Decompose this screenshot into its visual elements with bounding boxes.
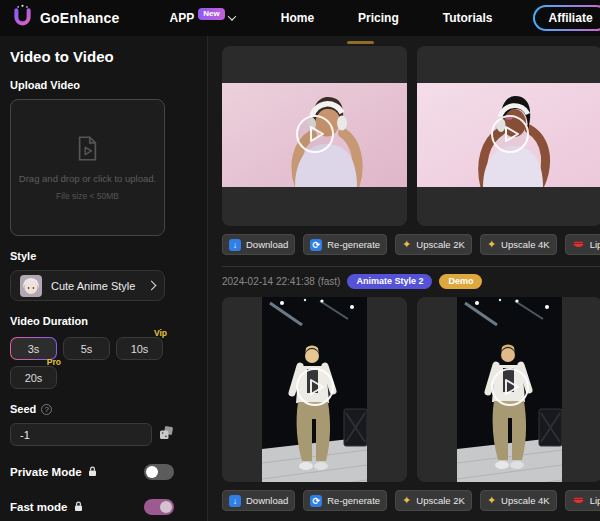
private-mode-row: Private Mode bbox=[10, 463, 174, 481]
duration-10s-label: 10s bbox=[131, 343, 149, 355]
style-label: Style bbox=[10, 250, 207, 262]
duration-20s-label: 20s bbox=[25, 372, 43, 384]
lips-icon bbox=[572, 239, 585, 250]
pro-tag: Pro bbox=[47, 357, 61, 367]
download-label: Download bbox=[246, 239, 288, 250]
sidebar-panel: Video to Video Upload Video Drag and dro… bbox=[0, 36, 208, 521]
brand[interactable]: GoEnhance bbox=[12, 4, 120, 32]
fast-mode-toggle[interactable] bbox=[144, 499, 174, 515]
play-button[interactable] bbox=[295, 114, 335, 158]
regenerate-label: Re-generate bbox=[327, 495, 380, 506]
seed-row bbox=[10, 423, 207, 446]
demo-badge: Demo bbox=[439, 274, 482, 289]
seed-input[interactable] bbox=[10, 423, 152, 446]
style-selector[interactable]: Cute Anime Style bbox=[10, 270, 165, 301]
lips-icon bbox=[572, 495, 585, 506]
nav-link-home[interactable]: Home bbox=[281, 11, 314, 25]
page-title: Video to Video bbox=[10, 48, 207, 65]
video-file-icon bbox=[74, 135, 101, 166]
chevron-right-icon bbox=[147, 281, 157, 291]
regenerate-button[interactable]: ⟳ Re-generate bbox=[303, 490, 387, 511]
regenerate-icon: ⟳ bbox=[310, 239, 322, 251]
private-mode-label: Private Mode bbox=[10, 466, 82, 478]
lip-sync-button[interactable]: Lip Sync bbox=[565, 490, 600, 511]
chevron-down-icon bbox=[227, 12, 235, 20]
regenerate-label: Re-generate bbox=[327, 239, 380, 250]
play-button[interactable] bbox=[295, 367, 335, 411]
upscale-2k-button[interactable]: ✦ Upscale 2K bbox=[395, 490, 472, 511]
app-menu-label: APP bbox=[170, 11, 195, 25]
duration-options: 3s 5s 10s Vip 20s Pro bbox=[10, 337, 172, 389]
result-group-1-actions: ↓ Download ⟳ Re-generate ✦ Upscale 2K ✦ … bbox=[222, 234, 600, 255]
download-button[interactable]: ↓ Download bbox=[222, 490, 295, 511]
upscale-2k-label: Upscale 2K bbox=[416, 239, 465, 250]
result-group-1-videos bbox=[222, 46, 600, 226]
upload-dropzone[interactable]: Drag and drop or click to upload. File s… bbox=[10, 99, 165, 236]
fast-mode-label: Fast mode bbox=[10, 501, 68, 513]
duration-5s-label: 5s bbox=[81, 343, 93, 355]
upscale-4k-button[interactable]: ✦ Upscale 4K bbox=[480, 490, 557, 511]
vip-tag: Vip bbox=[154, 328, 167, 338]
seed-label-row: Seed ? bbox=[10, 403, 207, 415]
seed-label: Seed bbox=[10, 403, 36, 415]
play-button[interactable] bbox=[490, 367, 530, 411]
sparkle-icon: ✦ bbox=[487, 239, 496, 250]
duration-label: Video Duration bbox=[10, 315, 207, 327]
nav-link-tutorials[interactable]: Tutorials bbox=[443, 11, 493, 25]
play-button[interactable] bbox=[490, 114, 530, 158]
download-icon: ↓ bbox=[229, 495, 241, 507]
divider bbox=[222, 266, 600, 267]
nav-links: Home Pricing Tutorials bbox=[281, 11, 493, 25]
duration-3s-label: 3s bbox=[28, 343, 40, 355]
random-dice-icon[interactable] bbox=[159, 426, 174, 444]
lock-icon bbox=[88, 463, 97, 481]
download-button[interactable]: ↓ Download bbox=[222, 234, 295, 255]
lip-sync-label: Lip Sync bbox=[590, 239, 600, 250]
sparkle-icon: ✦ bbox=[402, 495, 411, 506]
nav-link-pricing[interactable]: Pricing bbox=[358, 11, 399, 25]
dropzone-hint: Drag and drop or click to upload. bbox=[19, 173, 156, 184]
affiliate-button[interactable]: Affiliate bbox=[533, 5, 600, 31]
upscale-2k-button[interactable]: ✦ Upscale 2K bbox=[395, 234, 472, 255]
upscale-2k-label: Upscale 2K bbox=[416, 495, 465, 506]
goenhance-logo-icon bbox=[12, 4, 33, 32]
scroll-indicator bbox=[347, 41, 374, 44]
sparkle-icon: ✦ bbox=[402, 239, 411, 250]
sparkle-icon: ✦ bbox=[487, 495, 496, 506]
lip-sync-label: Lip Sync bbox=[590, 495, 600, 506]
result-group-2-actions: ↓ Download ⟳ Re-generate ✦ Upscale 2K ✦ … bbox=[222, 490, 600, 511]
download-label: Download bbox=[246, 495, 288, 506]
upscale-4k-label: Upscale 4K bbox=[501, 239, 550, 250]
video-card-original-portrait[interactable] bbox=[417, 297, 600, 482]
video-card-styled-portrait[interactable] bbox=[222, 297, 407, 482]
regenerate-icon: ⟳ bbox=[310, 495, 322, 507]
lip-sync-button[interactable]: Lip Sync bbox=[565, 234, 600, 255]
video-card-original[interactable] bbox=[222, 46, 407, 226]
style-thumbnail bbox=[20, 275, 42, 297]
navbar: GoEnhance APP New Home Pricing Tutorials… bbox=[0, 0, 600, 36]
app-menu[interactable]: APP New bbox=[170, 11, 235, 25]
video-card-styled[interactable] bbox=[417, 46, 600, 226]
duration-5s-button[interactable]: 5s bbox=[63, 337, 110, 360]
results-panel: ↓ Download ⟳ Re-generate ✦ Upscale 2K ✦ … bbox=[208, 36, 600, 521]
duration-20s-button[interactable]: 20s Pro bbox=[10, 366, 57, 389]
new-badge: New bbox=[198, 8, 224, 20]
result-meta-row: 2024-02-14 22:41:38 (fast) Animate Style… bbox=[222, 274, 600, 289]
upload-label: Upload Video bbox=[10, 79, 207, 91]
fast-mode-row: Fast mode bbox=[10, 498, 174, 516]
brand-name: GoEnhance bbox=[40, 10, 120, 26]
selected-style-name: Cute Anime Style bbox=[51, 280, 139, 292]
download-icon: ↓ bbox=[229, 239, 241, 251]
timestamp: 2024-02-14 22:41:38 (fast) bbox=[222, 276, 340, 287]
dropzone-size-hint: File size < 50MB bbox=[56, 191, 119, 201]
style-badge: Animate Style 2 bbox=[347, 274, 432, 289]
regenerate-button[interactable]: ⟳ Re-generate bbox=[303, 234, 387, 255]
upscale-4k-label: Upscale 4K bbox=[501, 495, 550, 506]
upscale-4k-button[interactable]: ✦ Upscale 4K bbox=[480, 234, 557, 255]
private-mode-toggle[interactable] bbox=[144, 464, 174, 480]
help-icon[interactable]: ? bbox=[41, 404, 52, 415]
result-group-2-videos bbox=[222, 297, 600, 482]
duration-10s-button[interactable]: 10s Vip bbox=[116, 337, 163, 360]
lock-icon bbox=[74, 498, 83, 516]
